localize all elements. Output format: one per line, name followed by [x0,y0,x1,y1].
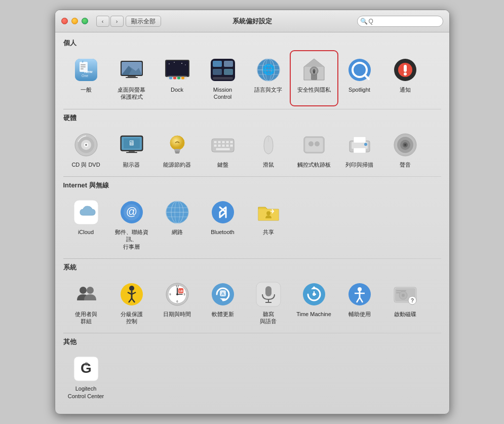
notifications-icon-img [391,56,419,84]
software-icon-img: A [209,280,237,309]
svg-rect-27 [213,61,222,67]
separator-2 [63,176,441,177]
close-button[interactable] [61,18,68,24]
icon-keyboard[interactable]: 鍵盤 [200,127,246,172]
svg-rect-70 [175,152,179,153]
svg-point-87 [315,141,320,146]
icon-language[interactable]: 🌐 語言與文字 [246,52,291,105]
icon-trackpad[interactable]: 觸控式軌跡板 [291,127,337,172]
icon-mission-control[interactable]: Mission Control [200,52,246,105]
content-area: 個人 [55,32,449,414]
svg-rect-14 [126,77,138,78]
icon-software[interactable]: A 軟體更新 [200,276,246,329]
svg-rect-78 [218,144,221,147]
search-input[interactable] [357,16,443,27]
icon-parental[interactable]: 分級保護 控制 [109,276,154,329]
energy-icon-img [163,131,191,159]
section-label-internet: Internet 與無線 [63,181,441,190]
titlebar: ‹ › 顯示全部 系統偏好設定 🔍 [55,10,449,32]
displays-icon-img: 🖥 [118,131,146,159]
svg-point-112 [266,211,270,215]
svg-text:?: ? [410,298,413,303]
network-icon-img [163,198,191,226]
icon-desktop[interactable]: 桌面與螢幕 保護程式 [109,52,154,105]
icon-general[interactable]: F New One 一般 [63,52,109,105]
icloud-icon-img [72,198,100,226]
icon-datetime[interactable]: 12 3 6 9 18 日期與時間 [154,276,200,329]
icon-mouse[interactable]: 滑鼠 [246,127,291,172]
icon-mail[interactable]: @ 郵件、聯絡資訊、 行事層 [109,194,154,254]
search-icon: 🔍 [360,18,368,25]
nav-buttons: ‹ › [96,16,124,27]
icon-timemachine[interactable]: Time Machine [291,276,337,329]
icon-startup[interactable]: ? 啟動磁碟 [382,276,428,329]
icon-dock[interactable]: Dock [154,52,200,105]
svg-text:🌐: 🌐 [262,63,275,75]
icon-cddvd[interactable]: CD 與 DVD [63,127,109,172]
svg-rect-25 [181,77,184,80]
section-label-system: 系統 [63,263,441,272]
svg-rect-81 [230,144,233,147]
icon-bluetooth[interactable]: Bluetooth [200,194,246,254]
print-icon-img [345,131,374,159]
users-icon-img [72,280,100,309]
svg-rect-3 [81,64,86,65]
section-system: 系統 使用者與 群組 [63,263,441,329]
icon-sharing[interactable]: 共享 [246,194,291,254]
cddvd-label: CD 與 DVD [71,161,100,168]
keyboard-icon-img [209,131,237,159]
trackpad-label: 觸控式軌跡板 [297,161,331,168]
icon-network[interactable]: 網路 [154,194,200,254]
svg-marker-41 [304,59,324,67]
desktop-label: 桌面與螢幕 保護程式 [118,86,145,101]
window-title: 系統偏好設定 [232,17,272,26]
icon-energy[interactable]: 能源節約器 [154,127,200,172]
internet-icons-grid: iCloud @ 郵件、聯絡資訊、 行事層 [63,194,441,254]
svg-rect-82 [216,148,230,150]
svg-rect-79 [222,144,225,147]
svg-rect-53 [404,65,407,72]
icon-accessibility[interactable]: 輔助使用 [337,276,382,329]
traffic-lights [61,18,88,24]
icon-notifications[interactable]: 通知 [382,52,428,105]
startup-label: 啟動磁碟 [394,311,416,318]
icon-spotlight[interactable]: Spotlight [337,52,382,105]
security-label: 安全性與隱私 [297,86,331,93]
hardware-icons-grid: CD 與 DVD 🖥 [63,127,441,172]
dock-icon-img [163,56,191,84]
sharing-label: 共享 [263,228,274,236]
icon-security[interactable]: 安全性與隱私 [291,52,337,105]
icon-users[interactable]: 使用者與 群組 [63,276,109,329]
section-personal: 個人 [63,38,441,105]
section-label-other: 其他 [63,337,441,346]
icon-dictation[interactable]: 聽寫 與語音 [246,276,291,329]
maximize-button[interactable] [82,18,88,24]
mission-control-icon-img [209,56,237,84]
icon-sound[interactable]: 聲音 [382,127,428,172]
parental-label: 分級保護 控制 [121,311,143,325]
icon-print[interactable]: 列印與掃描 [337,127,382,172]
icon-displays[interactable]: 🖥 顯示器 [109,127,154,172]
svg-point-132 [176,293,178,295]
svg-point-159 [402,294,405,297]
svg-rect-72 [214,141,217,143]
svg-point-19 [181,63,182,64]
spotlight-label: Spotlight [348,86,370,93]
back-button[interactable]: ‹ [96,16,109,27]
svg-text:One: One [82,74,88,78]
forward-button[interactable]: › [110,16,124,27]
svg-rect-24 [177,77,180,80]
minimize-button[interactable] [71,18,78,24]
language-label: 語言與文字 [254,86,282,93]
svg-rect-31 [213,77,233,80]
mail-label: 郵件、聯絡資訊、 行事層 [111,228,152,250]
keyboard-label: 鍵盤 [217,161,228,168]
svg-rect-90 [354,137,366,143]
svg-text:12: 12 [175,285,179,288]
dictation-icon-img [254,280,283,309]
show-all-button[interactable]: 顯示全部 [126,16,161,27]
icon-icloud[interactable]: iCloud [63,194,109,254]
icon-logitech[interactable]: G ⚙ Logitech Control Center [63,351,109,404]
svg-point-92 [364,143,367,146]
trackpad-icon-img [300,131,328,159]
